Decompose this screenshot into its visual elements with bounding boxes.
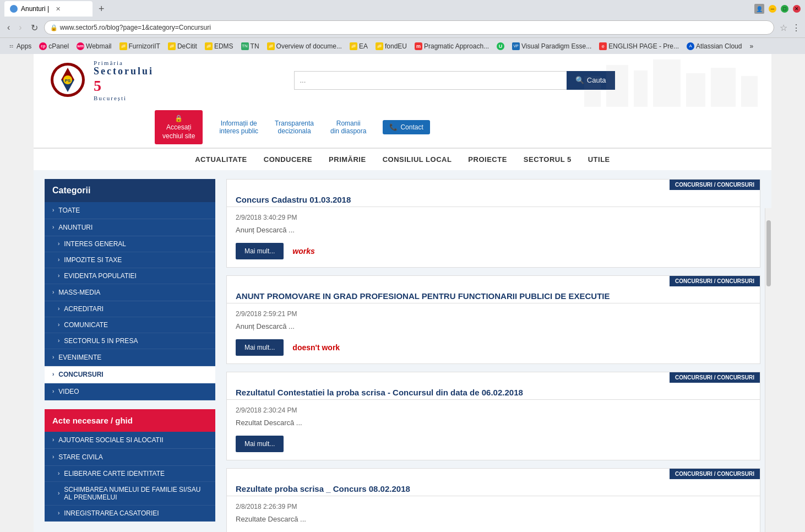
site-header: PS Primăria Sectorului 5 București <box>34 54 771 170</box>
sidebar-item-mass-media[interactable]: › MASS-MEDIA <box>45 284 215 301</box>
address-bar[interactable]: 🔒 www.sector5.ro/blog?page=1&category=Co… <box>44 20 774 35</box>
decitit-icon: 📁 <box>168 42 176 50</box>
bookmark-edms-label: EDMS <box>214 42 233 50</box>
sidebar-item-casatorie[interactable]: › INREGISTRAREA CASATORIEI <box>45 506 215 522</box>
nav-sectorul5[interactable]: SECTORUL 5 <box>524 153 572 166</box>
content-area: Categorii › TOATE › ANUNTURI › INTERES G… <box>34 170 771 532</box>
mai-mult-btn-3[interactable]: Mai mult... <box>236 436 284 452</box>
bookmark-furnizoriit-label: FurnizoriIT <box>129 42 160 50</box>
bookmarks-bar: ⚏ Apps cp cPanel wm Webmail 📁 FurnizoriI… <box>0 37 805 54</box>
nav-proiecte[interactable]: PROIECTE <box>468 153 507 166</box>
overview-icon: 📁 <box>267 42 275 50</box>
info-public-item[interactable]: Informații de interes public <box>219 120 258 135</box>
new-tab-button[interactable]: + <box>96 2 107 16</box>
bookmark-more[interactable]: » <box>747 41 756 51</box>
post-tag-3: CONCURSURI / CONCURSURI <box>670 372 760 383</box>
search-icon: 🔍 <box>575 76 584 84</box>
bookmark-decitit[interactable]: 📁 DeCitit <box>165 41 200 51</box>
categories-header: Categorii <box>45 179 215 202</box>
post-desc-4: Rezultate Descarcă ... <box>227 514 760 529</box>
sidebar-item-evenimente[interactable]: › EVENIMENTE <box>45 349 215 366</box>
bookmark-atlassian[interactable]: A Atlassian Cloud <box>684 41 744 51</box>
search-button[interactable]: 🔍 Cauta <box>567 71 615 90</box>
user-icon[interactable]: 👤 <box>754 4 764 14</box>
chevron-icon: › <box>58 470 59 476</box>
title-bar-left: Anunturi | ✕ + <box>4 1 107 17</box>
maximize-button[interactable]: □ <box>781 5 788 13</box>
mai-mult-btn-1[interactable]: Mai mult... <box>236 243 284 259</box>
bookmark-fondeu[interactable]: 📁 fondEU <box>373 41 410 51</box>
post-tag-2: CONCURSURI / CONCURSURI <box>670 276 760 286</box>
bookmark-ea-label: EA <box>359 42 368 50</box>
bookmark-ea[interactable]: 📁 EA <box>347 41 371 51</box>
chevron-icon: › <box>52 207 54 213</box>
close-button[interactable]: ✕ <box>793 5 801 13</box>
categories-list: › TOATE › ANUNTURI › INTERES GENERAL › I… <box>45 202 215 400</box>
sidebar-item-impozite[interactable]: › IMPOZITE SI TAXE <box>45 252 215 268</box>
sidebar-item-video[interactable]: › VIDEO <box>45 383 215 400</box>
tab-close-button[interactable]: ✕ <box>56 6 61 13</box>
posts-area: CONCURSURI / CONCURSURI Concurs Cadastru… <box>226 179 760 532</box>
tab-title: Anunturi | <box>21 5 49 13</box>
nav-primarie[interactable]: PRIMĂRIE <box>329 153 366 166</box>
bookmark-cpanel[interactable]: cp cPanel <box>36 41 72 51</box>
sidebar-item-acreditari[interactable]: › ACREDITARI <box>45 301 215 317</box>
bookmark-m[interactable]: m Pragmatic Approach... <box>412 41 492 51</box>
post-desc-2: Anunț Descarcă ... <box>227 321 760 336</box>
sidebar-item-stare-civila[interactable]: › STARE CIVILA <box>45 449 215 466</box>
sidebar-item-eliberare[interactable]: › ELIBERARE CARTE IDENTITATE <box>45 466 215 482</box>
bookmark-webmail[interactable]: wm Webmail <box>74 41 114 51</box>
bookmark-vp[interactable]: VP Visual Paradigm Esse... <box>509 41 594 51</box>
browser-chrome: Anunturi | ✕ + 👤 ─ □ ✕ ‹ › ↻ 🔒 www.secto… <box>0 0 805 54</box>
nav-consiliul-local[interactable]: CONSILIUL LOCAL <box>383 153 452 166</box>
nav-actualitate[interactable]: ACTUALITATE <box>195 153 247 166</box>
forward-button[interactable]: › <box>16 21 24 34</box>
bookmark-furnizoriit[interactable]: 📁 FurnizoriIT <box>117 41 163 51</box>
sidebar-item-comunicate[interactable]: › COMUNICATE <box>45 317 215 333</box>
minimize-button[interactable]: ─ <box>769 5 776 13</box>
mai-mult-btn-2[interactable]: Mai mult... <box>236 339 284 356</box>
scrollbar-track <box>765 208 771 532</box>
search-input[interactable] <box>294 71 567 90</box>
ea-icon: 📁 <box>350 42 357 50</box>
search-area: 🔍 Cauta <box>162 71 746 90</box>
info-romanii-item[interactable]: Romanii din diaspora <box>330 120 366 135</box>
cpanel-icon: cp <box>39 42 47 50</box>
chevron-icon: › <box>52 437 54 443</box>
post-annotation-1: works <box>292 247 314 256</box>
post-btn-area-4: Mai mult... <box>227 529 760 532</box>
nav-conducere[interactable]: CONDUCERE <box>264 153 312 166</box>
info-transparenta-item[interactable]: Transparenta decizionala <box>275 120 314 135</box>
back-button[interactable]: ‹ <box>4 21 13 34</box>
post-card-4: CONCURSURI / CONCURSURI Rezultate proba … <box>226 468 760 532</box>
info2-line1: Transparenta <box>275 120 314 127</box>
sidebar-item-ajutoare[interactable]: › AJUTOARE SOCIALE SI ALOCATII <box>45 432 215 449</box>
reload-button[interactable]: ↻ <box>28 21 41 34</box>
accesati-btn[interactable]: 🔒 Accesați vechiul site <box>155 110 203 144</box>
nav-utile[interactable]: UTILE <box>588 153 610 166</box>
bookmark-english[interactable]: e ENGLISH PAGE - Pre... <box>596 41 682 51</box>
sidebar-item-concursuri[interactable]: › CONCURSURI <box>45 366 215 383</box>
browser-menu-button[interactable]: ⋮ <box>792 23 801 33</box>
info1-line2: interes public <box>219 127 258 135</box>
sidebar-item-sectorul5-presa[interactable]: › SECTORUL 5 IN PRESA <box>45 333 215 349</box>
sidebar-item-schimbare-nume[interactable]: › SCHIMBAREA NUMELUI DE FAMILIE SI/SAU A… <box>45 482 215 506</box>
sidebar-item-interes-general[interactable]: › INTERES GENERAL <box>45 236 215 252</box>
scrollbar-thumb[interactable] <box>766 220 771 286</box>
browser-tab[interactable]: Anunturi | ✕ <box>4 1 93 17</box>
post-tag-1: CONCURSURI / CONCURSURI <box>670 180 760 190</box>
bookmark-apps-label: Apps <box>17 42 31 50</box>
sidebar-item-toate[interactable]: › TOATE <box>45 202 215 219</box>
post-btn-area-3: Mai mult... <box>227 432 760 460</box>
sidebar-item-evidenta[interactable]: › EVIDENTA POPULATIEI <box>45 268 215 284</box>
sidebar-item-mass-media-label: MASS-MEDIA <box>58 289 100 296</box>
bookmark-tn[interactable]: TN TN <box>238 41 262 51</box>
bookmark-u[interactable]: U <box>494 41 507 51</box>
chevron-icon: › <box>58 490 59 496</box>
bookmark-overview[interactable]: 📁 Overview of docume... <box>264 41 345 51</box>
bookmark-star-button[interactable]: ☆ <box>780 23 787 33</box>
bookmark-edms[interactable]: 📁 EDMS <box>202 41 236 51</box>
bookmark-apps[interactable]: ⚏ Apps <box>4 41 34 51</box>
sidebar-item-anunturi[interactable]: › ANUNTURI <box>45 219 215 236</box>
contact-button[interactable]: 📞 Contact <box>383 120 429 134</box>
